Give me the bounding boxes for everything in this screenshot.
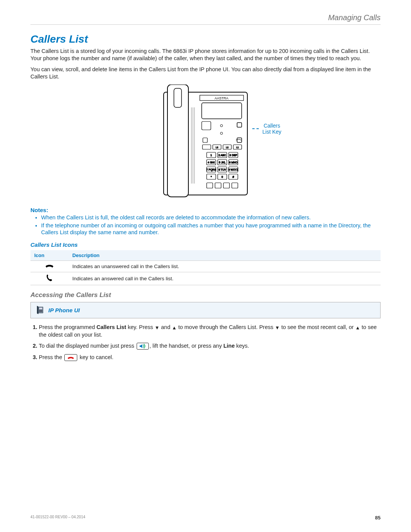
svg-text:L1: L1 [236, 146, 239, 149]
svg-rect-1 [167, 85, 188, 197]
svg-text:6 MNO: 6 MNO [229, 161, 238, 164]
svg-text:1: 1 [210, 154, 212, 157]
phone-illustration: AASTRA L3 L2 L1 [30, 85, 381, 200]
svg-rect-55 [40, 311, 41, 312]
svg-text:9 WXYZ: 9 WXYZ [228, 168, 239, 171]
icon-description: Indicates an answered call in the Caller… [68, 272, 381, 285]
callout-label: Callers List Key [261, 123, 282, 135]
th-icon: Icon [30, 250, 68, 261]
doc-id: 41-001522-00 REV00 – 04.2014 [30, 515, 85, 521]
icons-table: Icon Description Indicates an unanswered… [30, 250, 381, 285]
icon-description: Indicates an unanswered call in the Call… [68, 261, 381, 272]
hangup-key-icon [64, 354, 77, 361]
table-row: Indicates an unanswered call in the Call… [30, 261, 381, 272]
page-footer: 41-001522-00 REV00 – 04.2014 85 [30, 515, 381, 521]
svg-text:#: # [233, 176, 234, 178]
intro-paragraph-2: You can view, scroll, and delete line it… [30, 66, 381, 80]
step-3: Press the key to cancel. [39, 354, 381, 361]
svg-text:L2: L2 [226, 146, 229, 149]
speaker-key-icon [137, 343, 149, 350]
intro-paragraph-1: The Callers List is a stored log of your… [30, 48, 381, 62]
svg-rect-52 [40, 310, 41, 311]
svg-text:3 DEF: 3 DEF [229, 154, 237, 157]
up-arrow-icon: ▲ [172, 325, 177, 330]
svg-rect-56 [41, 311, 42, 312]
th-description: Description [68, 250, 381, 261]
svg-rect-50 [39, 308, 42, 309]
svg-rect-8 [202, 103, 242, 119]
unanswered-call-icon [30, 261, 68, 272]
svg-text:AASTRA: AASTRA [215, 96, 228, 100]
svg-text:8 TUV: 8 TUV [218, 168, 226, 171]
svg-rect-51 [39, 310, 40, 311]
phone-drawing-icon: AASTRA L3 L2 L1 [162, 85, 249, 199]
page-title: Callers List [30, 33, 381, 45]
table-row: Indicates an answered call in the Caller… [30, 272, 381, 285]
svg-text:4 GHI: 4 GHI [208, 161, 215, 164]
svg-text:2 ABC: 2 ABC [218, 154, 226, 157]
ip-phone-icon [35, 305, 45, 316]
answered-call-icon [30, 272, 68, 285]
steps-list: Press the programmed Callers List key. P… [30, 324, 381, 361]
up-arrow-icon: ▲ [355, 325, 360, 330]
svg-rect-54 [39, 311, 40, 312]
svg-rect-53 [41, 310, 42, 311]
notes-heading: Notes: [30, 207, 381, 213]
note-item: When the Callers List is full, the oldes… [41, 214, 381, 221]
svg-text:5 JKL: 5 JKL [219, 161, 226, 164]
step-1: Press the programmed Callers List key. P… [39, 324, 381, 339]
step-2: To dial the displayed number just press … [39, 342, 381, 350]
down-arrow-icon: ▼ [155, 325, 159, 330]
header-section-title: Managing Calls [30, 13, 381, 25]
accessing-heading: Accessing the Callers List [30, 291, 381, 299]
svg-text:L3: L3 [216, 146, 218, 149]
svg-text:0: 0 [221, 176, 223, 178]
ip-phone-ui-label: IP Phone UI [48, 307, 80, 313]
note-item: If the telephone number of an incoming o… [41, 222, 381, 236]
page-number: 85 [375, 515, 381, 521]
svg-text:7 PQRS: 7 PQRS [206, 168, 216, 171]
callers-list-key-callout: Callers List Key [252, 123, 283, 135]
callers-list-icons-heading: Callers List Icons [30, 241, 381, 248]
down-arrow-icon: ▼ [275, 325, 280, 330]
page: Managing Calls Callers List The Callers … [0, 0, 411, 532]
ip-phone-ui-box: IP Phone UI [30, 302, 381, 318]
svg-text:*: * [211, 176, 212, 178]
notes-list: When the Callers List is full, the oldes… [30, 214, 381, 236]
